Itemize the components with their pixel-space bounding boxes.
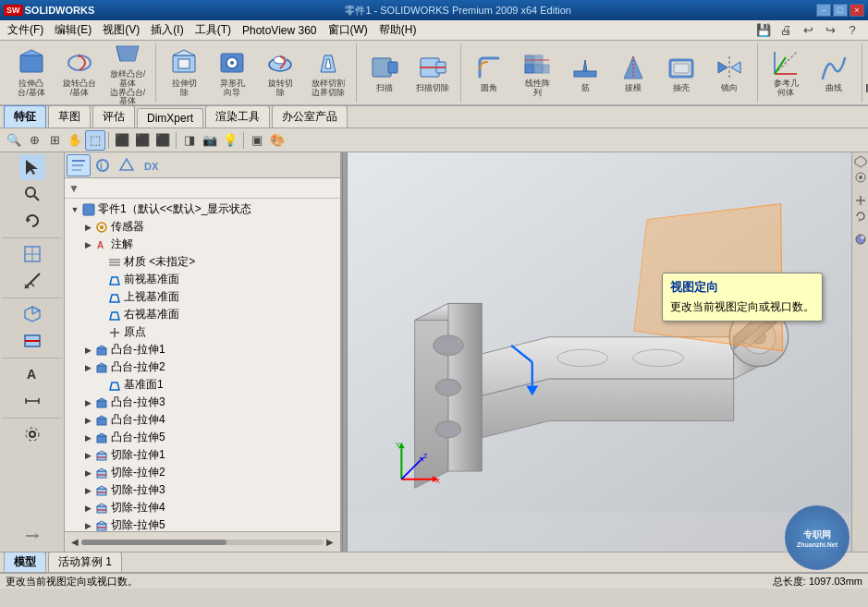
tree-item-cut2[interactable]: ▶ 切除-拉伸2 [65,464,340,481]
boss3-expander[interactable]: ▶ [81,396,94,409]
feature-manager-tab[interactable] [67,154,91,176]
quick-redo-button[interactable]: ↪ [820,20,840,41]
pan-button[interactable]: ✋ [65,130,85,151]
zoom-in-button[interactable]: 🔍 [4,130,24,151]
tree-item-sensors[interactable]: ▶ 传感器 [65,218,340,236]
hole-wizard-button[interactable]: 异形孔向导 [208,46,256,100]
cut5-expander[interactable]: ▶ [81,519,94,532]
draft-button[interactable]: 拔模 [609,46,657,100]
menu-window[interactable]: 窗口(W) [323,20,373,40]
lights-button[interactable]: 💡 [220,130,240,151]
cut1-expander[interactable]: ▶ [81,449,94,462]
zoom-fit-button[interactable]: ⊕ [24,130,44,151]
tree-item-cut5[interactable]: ▶ 切除-拉伸5 [65,516,340,531]
tree-item-right-plane[interactable]: 右视基准面 [65,306,340,323]
tree-item-origin[interactable]: 原点 [65,323,340,341]
tree-item-top-plane[interactable]: 上视基准面 [65,288,340,306]
boss-base-button[interactable]: 拉伸凸台/基体 [7,46,55,100]
sketch-tool[interactable] [19,241,45,267]
tree-item-boss5[interactable]: ▶ 凸台-拉伸5 [65,429,340,446]
mirror-button[interactable]: 镜向 [705,46,753,100]
dimension-tool[interactable] [19,388,45,414]
dim-xpert-tab[interactable]: DX [139,154,163,176]
tree-item-front-plane[interactable]: 前视基准面 [65,271,340,288]
tab-sketch[interactable]: 草图 [48,105,91,127]
quick-help-button[interactable]: ? [842,20,862,41]
quick-save-button[interactable]: 💾 [753,20,774,41]
settings-tool[interactable] [19,421,45,447]
shaded-button[interactable]: ⬛ [153,130,173,151]
camera-button[interactable]: 📷 [200,130,220,151]
extrude-cut-button[interactable]: 拉伸切除 [160,46,208,100]
root-expander[interactable]: ▼ [68,203,81,216]
view-triad-icon[interactable] [853,170,868,185]
scroll-right-button[interactable]: ▶ [324,536,336,549]
shell-button[interactable]: 抽壳 [657,46,705,100]
cut3-expander[interactable]: ▶ [81,484,94,497]
shaded-edges-button[interactable]: ⬛ [132,130,153,151]
sensors-expander[interactable]: ▶ [81,221,94,234]
display-pane-button[interactable]: ▣ [247,130,267,151]
ref-geometry-button[interactable]: 参考几何体 [762,46,810,100]
tree-item-annotations[interactable]: ▶ A 注解 [65,236,340,253]
view-rotate-icon[interactable] [853,209,868,224]
menu-insert[interactable]: 插入(I) [145,20,189,40]
boss4-expander[interactable]: ▶ [81,414,94,427]
loft-cut-button[interactable]: 放样切割边界切除 [304,46,352,100]
tab-motion[interactable]: 活动算例 1 [48,552,122,572]
wireframe-button[interactable]: ⬛ [112,130,132,151]
quick-undo-button[interactable]: ↩ [798,20,818,41]
boss1-expander[interactable]: ▶ [81,344,94,357]
tab-evaluate[interactable]: 评估 [92,105,135,127]
tree-item-cut1[interactable]: ▶ 切除-拉伸1 [65,446,340,464]
curve-button[interactable]: 曲线 [810,46,858,100]
tab-model[interactable]: 模型 [4,552,46,572]
pattern-button[interactable]: 线性阵列 [513,46,561,100]
tab-feature[interactable]: 特征 [4,105,46,127]
menu-edit[interactable]: 编辑(E) [49,20,97,40]
zoom-select-button[interactable]: ⊞ [44,130,65,151]
3d-view-tool[interactable] [19,301,45,327]
select-tool[interactable] [19,154,45,180]
appearance-button[interactable]: 🎨 [267,130,287,151]
revolve-cut-button[interactable]: 旋转切除 [256,46,304,100]
tree-item-boss3[interactable]: ▶ 凸台-拉伸3 [65,394,340,411]
tree-item-cut3[interactable]: ▶ 切除-拉伸3 [65,481,340,499]
quick-print-button[interactable]: 🖨 [776,20,796,41]
loft-base-button[interactable]: 放样凸台/基体边界凸台/基体 [104,46,152,100]
annotation-tool[interactable]: A [19,361,45,387]
tree-item-plane1[interactable]: 基准面1 [65,376,340,394]
menu-file[interactable]: 文件(F) [2,20,49,40]
section-view-button[interactable]: ◨ [179,130,200,151]
rotate-tool[interactable] [19,208,45,234]
view-orientation-button[interactable]: ⬚ [85,130,105,151]
tree-item-boss4[interactable]: ▶ 凸台-拉伸4 [65,411,340,429]
boss2-expander[interactable]: ▶ [81,361,94,374]
zoom-tool[interactable] [19,181,45,207]
cut4-expander[interactable]: ▶ [81,502,94,515]
menu-tools[interactable]: 工具(T) [189,20,237,40]
revolve-base-button[interactable]: 旋转凸台/基体 [55,46,104,100]
3d-viewport[interactable]: X Y Z 视图定向 更改当前视图定向或视口数。 [348,152,868,552]
property-manager-tab[interactable]: i [91,154,115,176]
menu-view[interactable]: 视图(V) [97,20,145,40]
menu-photoview[interactable]: PhotoView 360 [237,22,323,39]
section-tool[interactable] [19,328,45,354]
boss5-expander[interactable]: ▶ [81,431,94,444]
measure-tool[interactable] [19,268,45,294]
maximize-button[interactable]: □ [833,4,848,17]
scroll-left-button[interactable]: ◀ [68,536,81,549]
tab-render[interactable]: 渲染工具 [205,105,270,127]
tree-item-boss2[interactable]: ▶ 凸台-拉伸2 [65,358,340,376]
tab-dimxpert[interactable]: DimXpert [137,108,203,127]
tree-item-cut4[interactable]: ▶ 切除-拉伸4 [65,499,340,516]
annotations-expander[interactable]: ▶ [81,238,94,251]
tree-root[interactable]: ▼ 零件1（默认<<默认>_显示状态 [65,200,340,218]
menu-help[interactable]: 帮助(H) [373,20,422,40]
realview-icon[interactable] [853,232,868,247]
config-manager-tab[interactable] [115,154,139,176]
cut2-expander[interactable]: ▶ [81,467,94,480]
rib-button[interactable]: 筋 [561,46,609,100]
fillet-button[interactable]: 圆角 [465,46,513,100]
tree-item-boss1[interactable]: ▶ 凸台-拉伸1 [65,341,340,358]
